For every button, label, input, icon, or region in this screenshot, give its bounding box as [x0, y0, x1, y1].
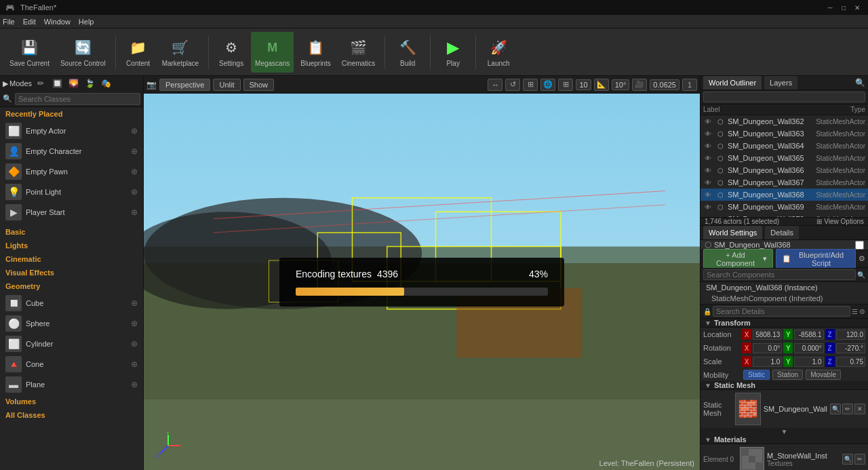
outliner-row-wall363[interactable]: 👁 ⬡ SM_Dungeon_Wall363 StaticMeshActor	[701, 128, 868, 140]
place-item-cylinder[interactable]: ⬜ Cylinder ⊕	[0, 334, 143, 354]
grid-value[interactable]: 10	[576, 79, 591, 90]
world-icon[interactable]: 🌐	[540, 79, 555, 91]
blueprints-button[interactable]: 📋 Blueprints	[296, 32, 334, 73]
world-outliner-tab[interactable]: World Outliner	[703, 76, 762, 90]
object-visible-toggle[interactable]	[855, 241, 864, 250]
location-y-value[interactable]: -8588.1	[794, 330, 823, 340]
outliner-row-wall367[interactable]: 👁 ⬡ SM_Dungeon_Wall367 StaticMeshActor	[701, 176, 868, 189]
basic-category[interactable]: Basic	[0, 225, 143, 239]
mesh-expand-arrow[interactable]: ▼	[701, 428, 868, 435]
component-search-input[interactable]	[703, 269, 856, 280]
stationary-mobility-button[interactable]: Station	[772, 370, 803, 380]
place-item-point-light[interactable]: 💡 Point Light ⊕	[0, 182, 143, 202]
marketplace-button[interactable]: 🛒 Marketplace	[158, 32, 203, 73]
clear-mesh-button[interactable]: ✕	[854, 404, 865, 414]
rotation-y-value[interactable]: 0.000°	[794, 343, 823, 353]
outliner-row-wall368[interactable]: 👁 ⬡ SM_Dungeon_Wall368 StaticMeshActor	[701, 189, 868, 201]
details-tab[interactable]: Details	[765, 226, 799, 239]
cinematics-button[interactable]: 🎬 Cinematics	[338, 32, 379, 73]
3d-viewport[interactable]: Encoding textures 4396 43% X Y Z	[144, 94, 700, 470]
place-item-cube[interactable]: 🔲 Cube ⊕	[0, 293, 143, 313]
place-item-empty-character[interactable]: 👤 Empty Character ⊕	[0, 141, 143, 161]
geometry-category[interactable]: Geometry	[0, 279, 143, 293]
mode-btn-4[interactable]: 🍃	[82, 77, 97, 90]
perspective-button[interactable]: Perspective	[159, 79, 210, 91]
location-z-value[interactable]: 120.0	[836, 330, 865, 340]
snap-icon[interactable]: 📐	[594, 79, 609, 91]
details-view-icon[interactable]: ☰	[852, 308, 858, 315]
scale-x-value[interactable]: 1.0	[753, 357, 782, 367]
add-component-button[interactable]: + Add Component ▾	[703, 249, 773, 269]
location-x-value[interactable]: 5808.13	[753, 330, 782, 340]
menu-help[interactable]: Help	[79, 18, 94, 26]
outliner-row-wall362[interactable]: 👁 ⬡ SM_Dungeon_Wall362 StaticMeshActor	[701, 115, 868, 128]
megascans-button[interactable]: M Megascans	[251, 32, 294, 73]
grid-icon[interactable]: ⊞	[558, 79, 573, 91]
blueprint-button[interactable]: 📋 Blueprint/Add Script	[776, 249, 856, 269]
browse-mesh-button[interactable]: 🔍	[830, 404, 841, 414]
mode-btn-3[interactable]: 🌄	[66, 77, 81, 90]
search-classes-input[interactable]	[15, 93, 140, 105]
save-current-button[interactable]: 💾 Save Current	[5, 32, 54, 73]
source-control-button[interactable]: 🔄 Source Control	[56, 32, 110, 73]
content-button[interactable]: 📁 Content	[121, 32, 155, 73]
static-mobility-button[interactable]: Static	[743, 370, 770, 380]
rotation-z-value[interactable]: -270.°	[836, 343, 865, 353]
layer-value[interactable]: 1	[682, 79, 697, 91]
details-search-input[interactable]	[713, 306, 850, 317]
static-mesh-section-header[interactable]: ▼ Static Mesh	[701, 381, 868, 390]
place-item-cone[interactable]: 🔺 Cone ⊕	[0, 354, 143, 374]
transform-section-header[interactable]: ▼ Transform	[701, 319, 868, 328]
build-button[interactable]: 🔨 Build	[391, 32, 425, 73]
outliner-row-wall365[interactable]: 👁 ⬡ SM_Dungeon_Wall365 StaticMeshActor	[701, 152, 868, 164]
menu-edit[interactable]: Edit	[23, 18, 36, 26]
materials-section-header[interactable]: ▼ Materials	[701, 435, 868, 444]
menu-window[interactable]: Window	[44, 18, 71, 26]
camera-speed-icon[interactable]: 🎥	[632, 79, 647, 91]
scale-value[interactable]: 0.0625	[650, 79, 679, 90]
lights-category[interactable]: Lights	[0, 239, 143, 252]
movable-mobility-button[interactable]: Movable	[806, 370, 841, 380]
scale-z-value[interactable]: 0.75	[836, 357, 865, 367]
recently-placed-label[interactable]: Recently Placed	[0, 107, 143, 121]
world-settings-tab[interactable]: World Settings	[703, 226, 762, 239]
browse-mat-0-button[interactable]: 🔍	[842, 454, 853, 465]
menu-file[interactable]: File	[3, 18, 15, 26]
maximize-btn[interactable]: □	[838, 2, 849, 13]
scale-y-value[interactable]: 1.0	[794, 357, 823, 367]
play-button[interactable]: ▶ Play	[436, 32, 470, 73]
place-item-player-start[interactable]: ▶ Player Start ⊕	[0, 202, 143, 222]
mode-btn-2[interactable]: 🔲	[50, 77, 64, 90]
place-item-empty-actor[interactable]: ⬜ Empty Actor ⊕	[0, 121, 143, 141]
angle-value[interactable]: 10°	[612, 79, 630, 90]
outliner-search-input[interactable]	[703, 92, 865, 102]
rotate-icon[interactable]: ↺	[505, 79, 520, 91]
scale-icon[interactable]: ⊞	[523, 79, 538, 91]
layers-tab[interactable]: Layers	[764, 76, 797, 90]
outliner-row-wall364[interactable]: 👁 ⬡ SM_Dungeon_Wall364 StaticMeshActor	[701, 140, 868, 152]
view-options-icon[interactable]: ⊞ View Options	[816, 218, 864, 225]
unlit-button[interactable]: Unlit	[213, 79, 240, 91]
edit-mesh-button[interactable]: ✏	[842, 404, 853, 414]
close-btn[interactable]: ✕	[852, 2, 863, 13]
settings-button[interactable]: ⚙ Settings	[214, 32, 248, 73]
place-item-plane[interactable]: ▬ Plane ⊕	[0, 374, 143, 395]
all-classes-category[interactable]: All Classes	[0, 408, 143, 422]
right-panel-settings-icon[interactable]: ⚙	[859, 254, 865, 263]
edit-mat-0-button[interactable]: ✏	[854, 454, 865, 465]
launch-button[interactable]: 🚀 Launch	[481, 32, 515, 73]
cinematic-category[interactable]: Cinematic	[0, 252, 143, 266]
translate-icon[interactable]: ↔	[488, 79, 502, 91]
outliner-row-wall369[interactable]: 👁 ⬡ SM_Dungeon_Wall369 StaticMeshActor	[701, 201, 868, 213]
mode-btn-1[interactable]: ✏	[33, 77, 48, 90]
outliner-search-icon[interactable]: 🔍	[855, 78, 865, 87]
place-item-sphere[interactable]: ⚪ Sphere ⊕	[0, 313, 143, 334]
details-filter-icon[interactable]: ⚙	[859, 308, 865, 315]
rotation-x-value[interactable]: 0.0°	[753, 343, 782, 353]
visual-effects-category[interactable]: Visual Effects	[0, 266, 143, 279]
mode-btn-5[interactable]: 🎭	[98, 77, 113, 90]
minimize-btn[interactable]: ─	[825, 2, 835, 13]
volumes-category[interactable]: Volumes	[0, 395, 143, 408]
show-button[interactable]: Show	[243, 79, 275, 91]
place-item-empty-pawn[interactable]: 🔶 Empty Pawn ⊕	[0, 161, 143, 182]
